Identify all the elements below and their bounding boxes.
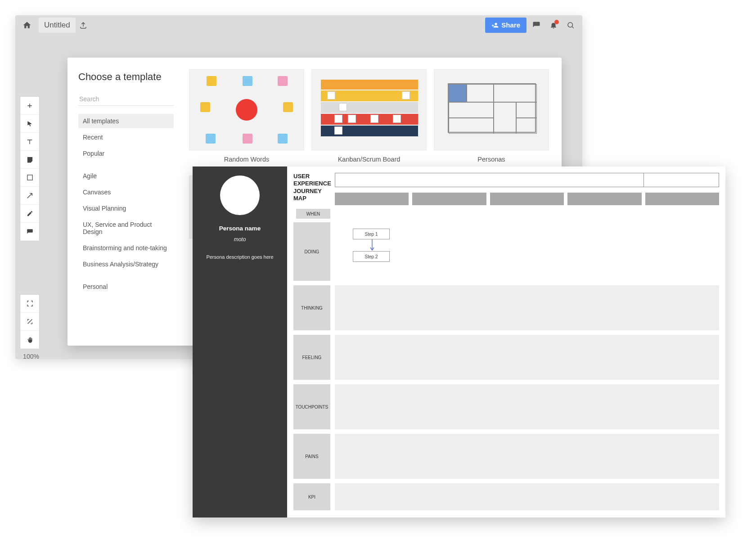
- add-tool[interactable]: [20, 97, 39, 115]
- category-business[interactable]: Business Analysis/Strategy: [78, 257, 174, 271]
- step-box[interactable]: Step 2: [353, 251, 390, 262]
- category-ux[interactable]: UX, Service and Product Design: [78, 217, 174, 239]
- template-label: Personas: [434, 150, 549, 168]
- svg-rect-1: [27, 175, 32, 180]
- view-panel: [20, 294, 40, 349]
- pen-icon: [27, 210, 33, 217]
- phase-column[interactable]: [335, 193, 409, 205]
- row-label-pains: PAINS: [293, 434, 330, 479]
- row-label-when: WHEN: [296, 209, 330, 219]
- cursor-icon: [27, 121, 33, 127]
- step-box[interactable]: Step 1: [353, 229, 390, 239]
- share-button[interactable]: Share: [485, 18, 526, 33]
- category-canvases[interactable]: Canvases: [78, 185, 174, 199]
- category-agile[interactable]: Agile: [78, 169, 174, 183]
- template-card-personas[interactable]: Personas: [434, 69, 549, 168]
- notification-badge: [554, 20, 559, 24]
- journey-date-input[interactable]: [644, 173, 719, 187]
- topbar: Untitled Share: [15, 15, 582, 35]
- search-icon: [567, 21, 575, 29]
- template-search-input[interactable]: [78, 93, 174, 106]
- comment-icon: [532, 21, 540, 29]
- phase-column[interactable]: [490, 193, 564, 205]
- square-icon: [27, 174, 33, 181]
- tools-panel: [20, 96, 40, 241]
- template-label: Random Words: [189, 150, 304, 168]
- upload-icon: [79, 21, 87, 29]
- phase-column[interactable]: [567, 193, 641, 205]
- category-visual-planning[interactable]: Visual Planning: [78, 201, 174, 216]
- share-label: Share: [501, 21, 520, 29]
- lane-doing[interactable]: Step 1 Step 2: [335, 222, 719, 281]
- template-sidebar: Choose a template All templates Recent P…: [68, 58, 184, 346]
- zoom-level[interactable]: 100%: [20, 353, 42, 360]
- template-label: Kanban/Scrum Board: [311, 150, 427, 168]
- category-brainstorming[interactable]: Brainstorming and note-taking: [78, 241, 174, 255]
- fullscreen-button[interactable]: [20, 295, 39, 313]
- journey-map-title: USER EXPERIENCE JOURNEY MAP: [293, 173, 331, 202]
- persona-name[interactable]: Persona name: [200, 225, 280, 232]
- text-tool[interactable]: [20, 133, 39, 151]
- note-icon: [27, 156, 33, 163]
- row-label-thinking: THINKING: [293, 285, 330, 330]
- comment-tool[interactable]: [20, 223, 39, 241]
- notifications-button[interactable]: [546, 18, 561, 32]
- lane-kpi[interactable]: [335, 483, 719, 510]
- journey-map-window: Persona name moto Persona description go…: [193, 166, 725, 518]
- arrow-icon: [26, 192, 33, 199]
- journey-persona-panel: Persona name moto Persona description go…: [193, 166, 287, 518]
- phase-column[interactable]: [412, 193, 486, 205]
- shape-tool[interactable]: [20, 169, 39, 187]
- document-title-input[interactable]: Untitled: [39, 18, 76, 33]
- template-thumb: [434, 69, 549, 150]
- persona-avatar[interactable]: [220, 176, 260, 215]
- pan-tool[interactable]: [20, 331, 39, 349]
- row-label-doing: DOING: [293, 222, 330, 281]
- text-icon: [26, 138, 33, 145]
- lane-pains[interactable]: [335, 434, 719, 479]
- fullscreen-icon: [27, 300, 33, 307]
- journey-title-input[interactable]: [335, 173, 645, 187]
- journey-phases: [335, 193, 719, 205]
- expand-icon: [27, 318, 33, 325]
- template-card-random-words[interactable]: Random Words: [189, 69, 304, 168]
- pen-tool[interactable]: [20, 205, 39, 223]
- person-plus-icon: [491, 22, 499, 29]
- row-label-feeling: FEELING: [293, 335, 330, 380]
- category-popular[interactable]: Popular: [78, 146, 174, 161]
- persona-motto[interactable]: moto: [200, 236, 280, 243]
- lane-touchpoints[interactable]: [335, 384, 719, 429]
- phase-column[interactable]: [645, 193, 719, 205]
- journey-map-body: USER EXPERIENCE JOURNEY MAP WHEN DOING S…: [287, 166, 725, 518]
- search-button[interactable]: [563, 18, 578, 32]
- arrow-tool[interactable]: [20, 187, 39, 205]
- sticky-note-tool[interactable]: [20, 151, 39, 169]
- persona-description[interactable]: Persona description goes here: [200, 254, 280, 260]
- lane-thinking[interactable]: [335, 285, 719, 330]
- hand-icon: [27, 337, 33, 343]
- category-all-templates[interactable]: All templates: [78, 114, 174, 128]
- row-label-touchpoints: TOUCHPOINTS: [293, 384, 330, 429]
- lane-feeling[interactable]: [335, 335, 719, 380]
- template-thumb: [189, 69, 304, 150]
- export-button[interactable]: [76, 18, 91, 33]
- step-arrow-icon: [370, 239, 374, 252]
- fit-button[interactable]: [20, 313, 39, 331]
- svg-point-0: [568, 22, 573, 27]
- plus-icon: [26, 102, 33, 109]
- row-label-kpi: KPI: [293, 483, 330, 510]
- select-tool[interactable]: [20, 115, 39, 133]
- home-icon: [22, 21, 32, 30]
- template-card-kanban[interactable]: Kanban/Scrum Board: [311, 69, 427, 168]
- category-personal[interactable]: Personal: [78, 279, 174, 294]
- home-button[interactable]: [20, 18, 34, 32]
- dialog-title: Choose a template: [78, 71, 174, 83]
- category-recent[interactable]: Recent: [78, 130, 174, 144]
- chat-icon: [27, 229, 33, 235]
- template-thumb: [311, 69, 427, 150]
- comments-button[interactable]: [529, 18, 544, 32]
